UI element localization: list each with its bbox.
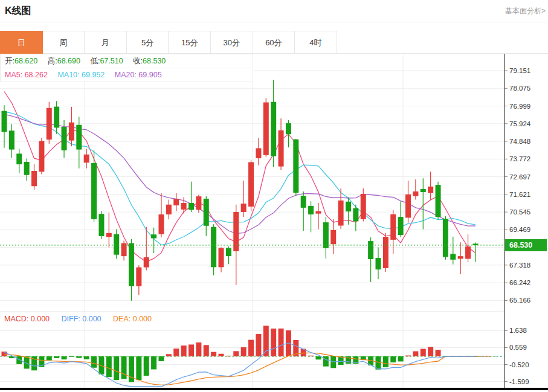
candle-body	[361, 194, 366, 219]
low-value: 67.510	[100, 57, 123, 65]
macd-bar	[62, 356, 67, 359]
candle-body	[226, 248, 231, 256]
tab-week[interactable]: 周	[42, 31, 85, 54]
chart-area[interactable]: 79.15178.07576.99975.92474.84873.77272.6…	[0, 54, 548, 391]
macd-bar	[308, 356, 314, 356]
macd-bar	[421, 349, 426, 356]
candle-body	[62, 127, 67, 150]
gridlines-layer	[0, 55, 504, 388]
candle-body	[151, 234, 156, 238]
macd-histogram-layer	[2, 326, 478, 382]
candle-body	[47, 108, 52, 140]
price-tick-label: 72.697	[509, 173, 530, 181]
macd-bar	[144, 356, 149, 376]
macd-bar	[256, 334, 261, 356]
tab-60min[interactable]: 60分	[253, 31, 295, 54]
macd-bar	[383, 356, 388, 367]
diff-readout: DIFF: 0.000	[62, 315, 102, 323]
candle-body	[84, 155, 89, 163]
candle-body	[114, 234, 119, 255]
macd-tick-label: 0.559	[509, 344, 527, 351]
macd-bar	[121, 356, 127, 379]
price-tick-label: 76.999	[509, 103, 530, 110]
macd-info-box: MACD: 0.000 DIFF: 0.000 DEA: 0.000	[4, 313, 161, 325]
tab-30min[interactable]: 30分	[210, 31, 253, 54]
high-value: 68.690	[57, 57, 80, 65]
candle-body	[383, 237, 388, 268]
tab-month[interactable]: 月	[84, 31, 127, 54]
price-tick-label: 69.469	[509, 226, 530, 233]
macd-bar	[204, 345, 209, 356]
candle-body	[301, 196, 306, 208]
candle-body	[436, 185, 441, 217]
close-label: 收:	[133, 57, 143, 65]
open-label: 开:	[5, 57, 15, 65]
macd-bar	[84, 356, 89, 359]
candle-body	[204, 199, 209, 226]
macd-tick-label: -0.520	[509, 361, 529, 368]
candle-body	[465, 246, 471, 259]
candle-body	[211, 227, 216, 268]
candle-body	[166, 205, 172, 214]
candle-body	[330, 230, 336, 244]
candle-body	[368, 241, 373, 259]
candle-body	[308, 206, 314, 214]
macd-tick-label: -1.599	[509, 378, 529, 385]
macd-bar	[436, 350, 441, 356]
page-title: K线图	[5, 5, 31, 18]
macd-bar	[151, 356, 156, 369]
tab-5min[interactable]: 5分	[126, 31, 169, 54]
candle-body	[219, 248, 224, 268]
current-price-badge-label: 68.530	[509, 241, 532, 249]
macd-bar	[106, 356, 112, 377]
candle-body	[271, 102, 276, 156]
fundamental-analysis-link[interactable]: 基本面分析>	[505, 6, 546, 16]
macd-bar	[248, 340, 254, 356]
price-tick-label: 78.075	[509, 85, 530, 92]
ma10-readout: MA10: 69.952	[57, 71, 105, 79]
macd-bar	[158, 356, 164, 361]
close-value: 68.530	[143, 57, 166, 65]
candle-body	[106, 233, 112, 237]
price-tick-label: 71.621	[509, 191, 530, 198]
candle-body	[91, 163, 97, 219]
ma20-readout: MA20: 69.905	[115, 71, 162, 79]
macd-bar	[405, 356, 411, 356]
low-label: 低:	[90, 57, 100, 65]
candle-body	[69, 123, 74, 141]
candle-body	[421, 189, 426, 192]
macd-bar	[398, 356, 404, 361]
candle-body	[16, 153, 22, 164]
macd-bar	[91, 356, 97, 368]
macd-bar	[226, 356, 231, 356]
macd-bar	[428, 347, 433, 356]
candle-body	[54, 107, 59, 128]
tab-day[interactable]: 日	[0, 31, 43, 54]
title-bar: K线图 基本面分析>	[0, 0, 548, 22]
macd-readout: MACD: 0.000	[4, 315, 50, 323]
candle-body	[24, 162, 30, 175]
kline-chart-canvas[interactable]: 79.15178.07576.99975.92474.84873.77272.6…	[0, 54, 548, 391]
candle-body	[256, 148, 261, 158]
candle-body	[323, 222, 329, 248]
macd-bar	[166, 354, 172, 356]
dea-line	[4, 353, 475, 385]
open-value: 68.620	[15, 57, 37, 65]
macd-bar	[279, 329, 284, 356]
bottom-border-bar	[0, 388, 548, 390]
tab-15min[interactable]: 15分	[168, 31, 211, 54]
price-tick-label: 75.924	[509, 120, 531, 127]
macd-bar	[315, 356, 321, 359]
macd-bar	[233, 351, 239, 356]
candle-body	[405, 194, 411, 218]
macd-bar	[173, 349, 179, 356]
candle-body	[390, 214, 396, 240]
macd-bar	[47, 356, 52, 361]
ma20-line	[4, 114, 475, 234]
candle-body	[286, 123, 291, 134]
tab-4hour[interactable]: 4时	[294, 31, 337, 54]
macd-bar	[114, 356, 119, 380]
macd-bar	[189, 344, 194, 356]
macd-bar	[181, 345, 187, 356]
candle-body	[98, 214, 104, 236]
